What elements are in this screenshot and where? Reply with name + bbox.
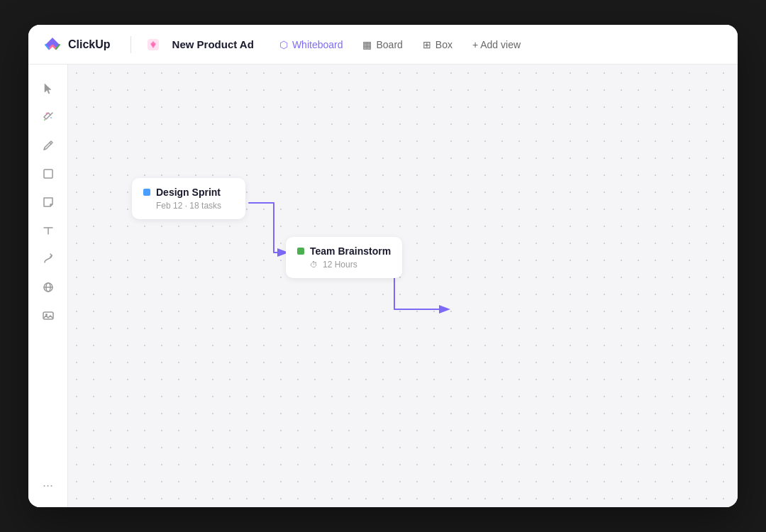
- sidebar-text-tool[interactable]: [35, 218, 61, 243]
- card-header-team-brainstorm: Team Brainstorm: [297, 245, 391, 257]
- card-subtitle-team-brainstorm: ⏱ 12 Hours: [310, 260, 391, 270]
- sidebar-pen-tool[interactable]: [35, 133, 61, 158]
- sidebar-connector-tool[interactable]: [35, 246, 61, 272]
- sidebar-globe-tool[interactable]: [35, 275, 61, 300]
- app-window: ClickUp New Product Ad ⬡ Whiteboard ▦ Bo…: [28, 25, 738, 507]
- project-icon: [145, 37, 161, 52]
- card-title-team-brainstorm: Team Brainstorm: [310, 245, 391, 257]
- connector-svg: [68, 65, 738, 507]
- svg-rect-5: [44, 170, 52, 178]
- tab-whiteboard[interactable]: ⬡ Whiteboard: [271, 35, 352, 55]
- sidebar-rectangle-tool[interactable]: [35, 161, 61, 187]
- tab-board[interactable]: ▦ Board: [354, 35, 411, 55]
- tab-box-label: Box: [435, 39, 453, 50]
- sidebar-more[interactable]: ...: [37, 470, 59, 496]
- card-subtitle-design-sprint: Feb 12 · 18 tasks: [156, 201, 234, 211]
- whiteboard-icon: ⬡: [279, 39, 288, 50]
- card-subtitle-text-design-sprint: Feb 12 · 18 tasks: [156, 201, 221, 211]
- card-subtitle-text-team-brainstorm: 12 Hours: [323, 260, 357, 270]
- card-dot-team-brainstorm: [297, 248, 304, 255]
- card-header-design-sprint: Design Sprint: [143, 187, 234, 198]
- board-icon: ▦: [362, 39, 372, 50]
- header: ClickUp New Product Ad ⬡ Whiteboard ▦ Bo…: [28, 25, 738, 65]
- card-title-design-sprint: Design Sprint: [156, 187, 221, 198]
- main-area: ...: [28, 65, 738, 507]
- svg-point-1: [152, 43, 155, 46]
- nav-tabs: ⬡ Whiteboard ▦ Board ⊞ Box + Add view: [271, 35, 529, 55]
- sidebar-magic-pen-tool[interactable]: [35, 104, 61, 130]
- tab-whiteboard-label: Whiteboard: [292, 39, 343, 50]
- add-view-label: + Add view: [472, 39, 521, 50]
- header-divider: [131, 36, 131, 53]
- card-dot-design-sprint: [143, 189, 150, 196]
- tab-box[interactable]: ⊞ Box: [414, 35, 461, 55]
- clickup-logo-icon: [43, 35, 62, 55]
- sidebar: ...: [28, 65, 68, 507]
- whiteboard-canvas[interactable]: Design Sprint Feb 12 · 18 tasks Team Bra…: [68, 65, 738, 507]
- box-icon: ⊞: [423, 39, 431, 50]
- sidebar-sticky-note-tool[interactable]: [35, 189, 61, 215]
- card-team-brainstorm[interactable]: Team Brainstorm ⏱ 12 Hours: [286, 237, 402, 278]
- card-design-sprint[interactable]: Design Sprint Feb 12 · 18 tasks: [132, 178, 245, 219]
- svg-point-4: [44, 119, 45, 121]
- sidebar-image-tool[interactable]: [35, 303, 61, 328]
- card-subtitle-icon-team-brainstorm: ⏱: [310, 260, 318, 269]
- tab-board-label: Board: [376, 39, 402, 50]
- svg-point-3: [50, 117, 52, 118]
- project-name: New Product Ad: [172, 38, 254, 50]
- logo-text: ClickUp: [68, 38, 111, 51]
- logo[interactable]: ClickUp: [43, 35, 111, 55]
- sidebar-cursor-tool[interactable]: [35, 76, 61, 101]
- svg-point-2: [45, 113, 48, 115]
- add-view-button[interactable]: + Add view: [464, 35, 529, 55]
